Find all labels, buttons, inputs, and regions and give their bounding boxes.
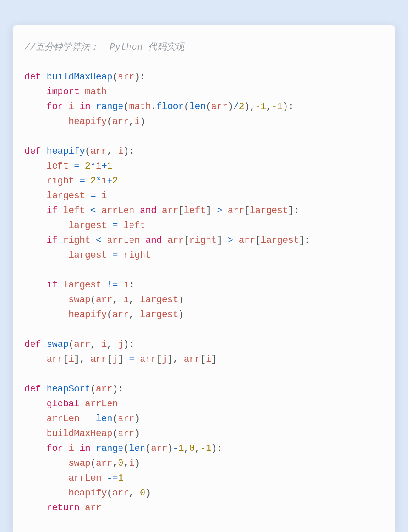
op-neq: !=	[107, 280, 118, 290]
fn-heapSort: heapSort	[47, 384, 91, 394]
id-arr: arr	[118, 428, 135, 439]
num-neg1: -1	[272, 101, 283, 112]
kw-for: for	[47, 443, 63, 453]
fn-len: len	[96, 414, 113, 424]
id-arr: arr	[91, 354, 107, 364]
punct: ,	[107, 339, 118, 349]
op-eq: =	[74, 161, 79, 171]
punct: )	[178, 295, 184, 305]
punct: ):	[134, 72, 145, 82]
op-eq: =	[113, 220, 118, 231]
op-plus: +	[107, 176, 113, 186]
punct: ,	[124, 458, 129, 468]
punct: (	[113, 414, 118, 424]
id-math: math	[129, 101, 151, 112]
id-arr: arr	[96, 384, 113, 394]
id-i: i	[124, 280, 129, 290]
fn-buildMaxHeap: buildMaxHeap	[47, 72, 113, 82]
kw-def: def	[25, 339, 41, 349]
id-math: math	[85, 87, 107, 97]
id-arr: arr	[96, 458, 113, 468]
punct: )	[134, 428, 140, 439]
id-i: i	[68, 443, 74, 453]
punct: )	[167, 443, 173, 453]
op-mul: *	[91, 161, 96, 171]
op-lt: <	[96, 235, 102, 245]
id-largest: largest	[68, 250, 107, 260]
id-arr: arr	[113, 116, 129, 127]
op-gt: >	[228, 235, 233, 245]
id-buildMaxHeap: buildMaxHeap	[47, 428, 113, 439]
punct: (	[85, 146, 91, 156]
id-j: j	[118, 339, 124, 349]
punct: [	[244, 205, 250, 216]
fn-range: range	[96, 443, 124, 453]
op-lt: <	[91, 205, 96, 216]
id-arrLen: arrLen	[102, 205, 135, 216]
punct: ]	[211, 354, 217, 364]
punct: [	[107, 354, 113, 364]
id-j: j	[113, 354, 118, 364]
num-1: 1	[178, 443, 184, 453]
id-i: i	[129, 458, 134, 468]
op-eq: =	[79, 176, 85, 186]
punct: ],	[74, 354, 91, 364]
op-mul: *	[96, 176, 102, 186]
punct: [	[178, 205, 184, 216]
punct: (	[124, 443, 129, 453]
id-j: j	[162, 354, 167, 364]
kw-def: def	[25, 72, 41, 82]
id-arr: arr	[184, 354, 201, 364]
op-plus: +	[102, 161, 107, 171]
id-arr: arr	[85, 503, 102, 513]
punct: ),	[244, 101, 255, 112]
id-arr: arr	[211, 101, 228, 112]
id-i: i	[102, 339, 107, 349]
punct: (	[107, 310, 113, 320]
id-largest: largest	[63, 280, 101, 290]
op-div: /	[233, 101, 239, 112]
punct: ,	[266, 101, 272, 112]
id-arr: arr	[151, 443, 167, 453]
id-largest: largest	[140, 295, 178, 305]
punct: ]	[118, 354, 124, 364]
punct: (	[145, 443, 151, 453]
id-i: i	[102, 191, 107, 201]
kw-and: and	[145, 235, 162, 245]
id-heapify: heapify	[68, 116, 107, 127]
id-right: right	[63, 235, 91, 245]
punct: ):	[283, 101, 294, 112]
punct: ):	[124, 339, 135, 349]
punct: (	[113, 72, 118, 82]
punct: (	[107, 116, 113, 127]
punct: (	[206, 101, 211, 112]
punct: ,	[184, 443, 190, 453]
punct: )	[134, 458, 140, 468]
kw-in: in	[79, 443, 91, 453]
punct: .	[151, 101, 156, 112]
id-arr: arr	[118, 72, 135, 82]
punct: (	[184, 101, 190, 112]
num-0: 0	[118, 458, 124, 468]
num-1: 1	[118, 473, 124, 483]
id-arr: arr	[140, 354, 156, 364]
id-arrLen: arrLen	[85, 399, 118, 409]
punct: )	[228, 101, 233, 112]
punct: [	[255, 235, 261, 245]
op-minus: -	[173, 443, 178, 453]
id-i: i	[134, 116, 140, 127]
op-eq: =	[129, 354, 134, 364]
id-right: right	[190, 235, 217, 245]
id-left: left	[47, 161, 69, 171]
punct: ,	[129, 116, 134, 127]
punct: (	[91, 458, 96, 468]
op-eq: =	[91, 191, 96, 201]
kw-import: import	[47, 87, 80, 97]
punct: [	[156, 354, 162, 364]
num-2: 2	[239, 101, 244, 112]
punct: ,	[91, 339, 102, 349]
punct: [	[200, 354, 206, 364]
id-arr: arr	[113, 310, 129, 320]
id-i: i	[96, 161, 102, 171]
id-arrLen: arrLen	[107, 235, 140, 245]
